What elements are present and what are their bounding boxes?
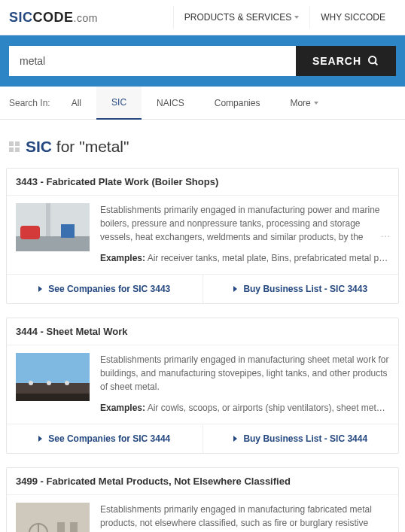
svg-point-0 <box>369 56 376 63</box>
examples-text: Air receiver tanks, metal plate, Bins, p… <box>145 253 389 263</box>
result-title[interactable]: 3443 - Fabricated Plate Work (Boiler Sho… <box>7 169 398 196</box>
page-title: SIC for "metal" <box>0 120 405 168</box>
tab-more-label: More <box>290 98 310 108</box>
buy-list-button[interactable]: Buy Business List - SIC 3443 <box>203 275 399 303</box>
result-desc: Establishments primarily engaged in manu… <box>100 353 389 394</box>
svg-rect-13 <box>16 503 90 532</box>
search-input[interactable] <box>9 46 296 76</box>
tab-all[interactable]: All <box>56 87 96 119</box>
see-companies-label: See Companies for SIC 3444 <box>48 433 170 444</box>
triangle-right-icon <box>233 436 237 442</box>
result-card: 3443 - Fabricated Plate Work (Boiler Sho… <box>6 168 399 304</box>
svg-rect-4 <box>20 226 40 239</box>
search-icon <box>367 55 379 67</box>
triangle-right-icon <box>38 436 42 442</box>
svg-rect-17 <box>70 522 78 532</box>
tab-sic[interactable]: SIC <box>96 87 142 120</box>
buy-list-label: Buy Business List - SIC 3444 <box>243 433 367 444</box>
result-card: 3444 - Sheet Metal Work Establishments p… <box>6 318 399 454</box>
svg-point-11 <box>47 381 51 385</box>
examples-label: Examples: <box>100 403 145 413</box>
triangle-right-icon <box>233 286 237 292</box>
examples-label: Examples: <box>100 253 145 263</box>
tab-companies[interactable]: Companies <box>199 87 276 119</box>
buy-list-button[interactable]: Buy Business List - SIC 3444 <box>203 424 399 453</box>
tabs-label: Search In: <box>3 87 56 119</box>
heading-sic: SIC <box>26 138 52 155</box>
nav-why[interactable]: WHY SICCODE <box>309 6 396 29</box>
svg-rect-6 <box>46 203 50 236</box>
see-companies-label: See Companies for SIC 3443 <box>48 284 170 294</box>
nav-products-label: PRODUCTS & SERVICES <box>184 12 291 23</box>
heading-rest: for "metal" <box>56 138 129 155</box>
result-title[interactable]: 3499 - Fabricated Metal Products, Not El… <box>7 468 398 495</box>
svg-point-10 <box>29 381 33 385</box>
grid-icon <box>9 141 20 152</box>
ellipsis-icon: … <box>380 527 391 532</box>
result-thumbnail[interactable] <box>16 353 90 401</box>
logo-part-com: .com <box>74 12 98 24</box>
nav-why-label: WHY SICCODE <box>321 12 385 23</box>
triangle-right-icon <box>38 286 42 292</box>
see-companies-button[interactable]: See Companies for SIC 3444 <box>7 424 203 453</box>
svg-rect-9 <box>16 394 90 401</box>
result-card: 3499 - Fabricated Metal Products, Not El… <box>6 467 399 532</box>
ellipsis-icon: … <box>380 227 391 239</box>
logo-part-code: CODE <box>33 10 74 25</box>
logo[interactable]: SICCODE.com <box>9 10 98 26</box>
svg-rect-7 <box>16 353 90 383</box>
tab-naics[interactable]: NAICS <box>142 87 199 119</box>
search-button[interactable]: SEARCH <box>296 46 396 76</box>
result-thumbnail[interactable] <box>16 503 90 532</box>
search-button-label: SEARCH <box>312 55 361 67</box>
svg-rect-16 <box>57 522 65 532</box>
svg-point-12 <box>65 381 69 385</box>
result-desc: Establishments primarily engaged in manu… <box>100 203 389 244</box>
buy-list-label: Buy Business List - SIC 3443 <box>243 284 367 294</box>
chevron-down-icon <box>294 16 299 19</box>
nav-products[interactable]: PRODUCTS & SERVICES <box>173 6 309 29</box>
see-companies-button[interactable]: See Companies for SIC 3443 <box>7 275 203 303</box>
svg-rect-8 <box>16 383 90 394</box>
tab-more[interactable]: More <box>275 87 333 119</box>
svg-line-1 <box>375 62 377 65</box>
logo-part-sic: SIC <box>9 10 33 25</box>
svg-rect-5 <box>61 224 75 238</box>
examples-text: Air cowls, scoops, or airports (ship ven… <box>145 403 389 413</box>
result-thumbnail[interactable] <box>16 203 90 251</box>
result-desc: Establishments primarily engaged in manu… <box>100 503 389 532</box>
chevron-down-icon <box>314 102 318 105</box>
result-title[interactable]: 3444 - Sheet Metal Work <box>7 318 398 345</box>
